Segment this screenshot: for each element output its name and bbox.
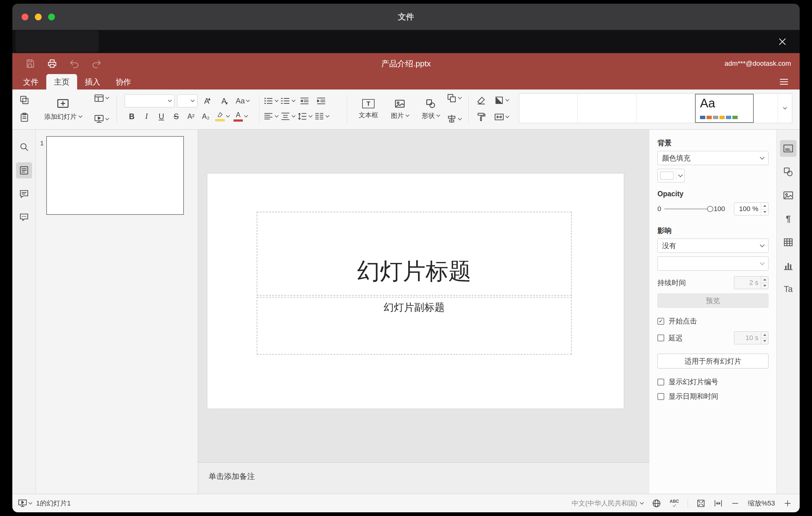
slides-panel-button[interactable] — [16, 162, 32, 178]
comments-button[interactable] — [16, 186, 32, 202]
fit-width-button[interactable] — [714, 499, 723, 508]
document-language-button[interactable] — [652, 499, 661, 508]
slide-layout-button[interactable] — [94, 93, 109, 103]
decrement-font-button[interactable]: A▾ — [217, 94, 232, 108]
preview-button[interactable]: 预览 — [658, 293, 768, 308]
paste-button[interactable] — [18, 111, 31, 124]
insert-image-button[interactable]: 图片 — [386, 92, 413, 126]
print-button[interactable] — [45, 56, 59, 71]
zoom-in-button[interactable] — [784, 499, 792, 507]
copy-button[interactable] — [18, 93, 31, 107]
start-preview-button[interactable] — [18, 499, 32, 508]
numbering-button[interactable] — [281, 96, 295, 106]
textart-settings-button[interactable]: Ta — [780, 281, 796, 297]
save-button[interactable] — [23, 56, 37, 71]
feedback-button[interactable] — [16, 209, 32, 225]
change-case-button[interactable]: Aa — [234, 94, 251, 108]
bold-button[interactable]: B — [125, 109, 139, 123]
line-spacing-button[interactable] — [297, 111, 312, 121]
columns-button[interactable] — [314, 111, 329, 121]
insert-textbox-button[interactable]: T 文本框 — [354, 92, 382, 126]
fill-color-select[interactable] — [658, 169, 685, 182]
close-traffic-light[interactable] — [22, 13, 28, 20]
chart-settings-button[interactable] — [780, 257, 796, 274]
print-icon — [47, 59, 57, 68]
subscript-button[interactable]: A₂ — [199, 109, 213, 123]
font-size-select[interactable] — [177, 94, 198, 107]
minimize-traffic-light[interactable] — [35, 13, 42, 20]
font-name-select[interactable] — [125, 94, 175, 107]
start-slideshow-button[interactable] — [94, 114, 109, 124]
effect-select[interactable]: 没有 — [658, 238, 768, 253]
theme-thumbnail[interactable] — [636, 94, 695, 123]
delay-checkbox[interactable] — [658, 335, 664, 341]
notes-area[interactable]: 单击添加备注 — [198, 462, 649, 494]
underline-button[interactable]: U — [154, 109, 169, 123]
zoom-out-button[interactable] — [731, 499, 739, 507]
hamburger-menu-button[interactable] — [777, 76, 791, 88]
spin-up-button[interactable] — [761, 332, 768, 338]
insert-shape-button[interactable]: 形状 — [417, 92, 444, 126]
strikethrough-button[interactable]: S — [169, 109, 183, 123]
redo-button[interactable] — [89, 56, 104, 71]
search-button[interactable] — [16, 139, 32, 155]
tab-collaboration[interactable]: 协作 — [108, 74, 139, 89]
color-scheme-button[interactable] — [491, 95, 512, 105]
spin-up-button[interactable] — [761, 277, 768, 283]
slide-size-button[interactable] — [491, 112, 512, 122]
zoom-traffic-light[interactable] — [48, 13, 55, 20]
paragraph-settings-button[interactable]: ¶ — [780, 210, 796, 227]
delay-input[interactable]: 10 s — [734, 332, 768, 344]
spin-up-button[interactable] — [761, 203, 768, 209]
opacity-slider-thumb[interactable] — [707, 206, 713, 212]
align-shape-button[interactable] — [447, 114, 461, 124]
tab-insert[interactable]: 插入 — [77, 74, 108, 89]
opacity-value-input[interactable]: 100 % — [734, 202, 768, 216]
start-on-click-checkbox[interactable]: ✓ — [658, 318, 664, 325]
highlight-color-button[interactable] — [213, 109, 231, 123]
superscript-button[interactable]: A² — [184, 109, 198, 123]
increment-font-button[interactable]: A▴ — [200, 94, 215, 108]
bullets-button[interactable] — [263, 96, 278, 106]
arrange-shape-button[interactable] — [447, 93, 461, 103]
horizontal-align-button[interactable] — [263, 111, 278, 121]
fit-slide-button[interactable] — [697, 499, 705, 508]
shape-settings-button[interactable] — [780, 164, 796, 180]
spin-down-button[interactable] — [761, 338, 768, 344]
decrease-indent-button[interactable] — [297, 96, 312, 106]
table-settings-button[interactable] — [780, 234, 796, 251]
clear-style-button[interactable] — [474, 95, 489, 105]
theme-thumbnail[interactable] — [519, 94, 578, 123]
effect-variant-select[interactable] — [658, 256, 768, 271]
copy-style-button[interactable] — [474, 112, 489, 122]
close-button[interactable] — [775, 34, 790, 49]
fill-type-select[interactable]: 颜色填充 — [658, 151, 768, 165]
add-slide-button[interactable]: 添加幻灯片 — [39, 92, 86, 126]
theme-thumbnail[interactable] — [578, 94, 636, 123]
show-date-checkbox[interactable] — [658, 393, 664, 400]
slide[interactable]: 幻灯片标题 幻灯片副标题 — [207, 173, 624, 409]
theme-gallery-expand-button[interactable] — [778, 94, 792, 123]
tab-home[interactable]: 主页 — [46, 74, 77, 89]
duration-input[interactable]: 2 s — [734, 276, 768, 289]
spin-down-button[interactable] — [761, 209, 768, 216]
image-settings-button[interactable] — [780, 187, 796, 204]
title-placeholder[interactable]: 幻灯片标题 — [257, 212, 572, 296]
tab-file[interactable]: 文件 — [16, 74, 46, 89]
slide-settings-button[interactable] — [780, 140, 796, 157]
language-selector[interactable]: 中文(中华人民共和国) — [572, 499, 643, 508]
italic-button[interactable]: I — [140, 109, 154, 123]
vertical-align-button[interactable] — [281, 111, 295, 121]
increase-indent-button[interactable] — [314, 96, 328, 106]
show-slide-number-checkbox[interactable] — [658, 379, 664, 385]
spin-down-button[interactable] — [761, 283, 768, 289]
font-color-button[interactable]: A — [232, 109, 249, 123]
spellcheck-button[interactable]: ABC — [670, 499, 679, 508]
subtitle-placeholder[interactable]: 幻灯片副标题 — [257, 297, 572, 354]
theme-gallery-filler — [754, 94, 778, 123]
theme-thumbnail-selected[interactable]: Aa — [695, 94, 754, 123]
opacity-slider-track[interactable] — [664, 208, 710, 209]
undo-button[interactable] — [67, 56, 82, 71]
slide-thumbnail[interactable] — [46, 136, 184, 215]
apply-to-all-button[interactable]: 适用于所有幻灯片 — [658, 354, 768, 369]
